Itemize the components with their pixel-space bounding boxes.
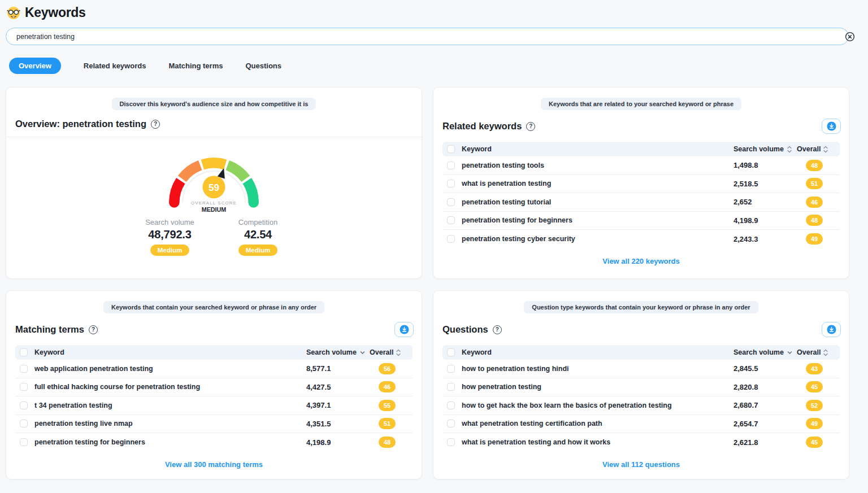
sort-updown-icon	[396, 349, 401, 356]
column-keyword[interactable]: Keyword	[34, 348, 306, 356]
search-volume-cell: 1,498.8	[734, 161, 797, 169]
row-checkbox[interactable]	[447, 365, 455, 373]
column-search-volume-label: Search volume	[734, 348, 784, 356]
select-all-checkbox[interactable]	[447, 145, 455, 153]
search-volume-cell: 4,198.9	[306, 438, 370, 447]
search-volume-cell: 2,652	[734, 198, 797, 206]
row-checkbox[interactable]	[20, 420, 28, 427]
overall-score-gauge: 59 OVERALL SCORE MEDIUM Search volume 48…	[6, 147, 422, 256]
overall-score-badge: 46	[379, 381, 396, 392]
column-search-volume-label: Search volume	[734, 145, 784, 153]
row-checkbox[interactable]	[447, 383, 455, 391]
table-row[interactable]: penetration testing for beginners 4,198.…	[442, 212, 840, 230]
row-checkbox[interactable]	[447, 216, 455, 224]
row-checkbox[interactable]	[20, 365, 28, 373]
table-row[interactable]: penetration testing for beginners 4,198.…	[15, 433, 413, 452]
tab-related-keywords[interactable]: Related keywords	[84, 58, 146, 74]
table-row[interactable]: what penetration testing certification p…	[442, 415, 840, 434]
table-body: penetration testing tools 1,498.8 48 wha…	[442, 156, 840, 248]
table-row[interactable]: full ethical hacking course for penetrat…	[15, 378, 413, 397]
overall-score-badge: 56	[379, 363, 396, 374]
search-input[interactable]	[6, 28, 849, 45]
table-row[interactable]: what is penetration testing 2,518.5 51	[442, 175, 840, 194]
select-all-checkbox[interactable]	[20, 348, 28, 356]
keyword-cell: penetration testing tools	[462, 162, 734, 169]
table-row[interactable]: penetration testing live nmap 4,351.5 51	[15, 415, 413, 434]
row-checkbox[interactable]	[447, 438, 455, 446]
keyword-cell: penetration testing for beginners	[34, 438, 306, 446]
search-volume-cell: 4,198.9	[734, 216, 797, 225]
search-volume-cell: 2,680.7	[734, 401, 797, 409]
view-all-link[interactable]: View all 112 questions	[602, 460, 680, 469]
row-checkbox[interactable]	[447, 198, 455, 206]
row-checkbox[interactable]	[447, 162, 455, 169]
row-checkbox[interactable]	[20, 383, 28, 391]
table-header: Keyword Search volume Overall	[442, 142, 840, 156]
questions-table: Keyword Search volume Overall	[442, 345, 840, 469]
sort-desc-icon	[787, 350, 792, 355]
download-icon	[827, 325, 836, 334]
column-overall[interactable]: Overall	[370, 348, 405, 356]
download-button[interactable]	[822, 322, 841, 337]
table-row[interactable]: penetration testing cyber security 2,243…	[442, 230, 840, 248]
table-row[interactable]: what is penetration testing and how it w…	[442, 433, 840, 452]
nerd-face-logo-icon	[7, 6, 20, 20]
keyword-cell: penetration testing cyber security	[462, 235, 734, 243]
column-overall[interactable]: Overall	[797, 145, 832, 153]
view-all-link[interactable]: View all 300 matching terms	[165, 460, 263, 469]
overall-score-badge: 49	[806, 418, 823, 429]
table-row[interactable]: penetration testing tools 1,498.8 48	[442, 156, 840, 175]
questions-tooltip: Question type keywords that contain your…	[524, 301, 758, 313]
gauge-chart: 59 OVERALL SCORE MEDIUM	[159, 147, 269, 213]
select-all-checkbox[interactable]	[447, 348, 455, 356]
column-search-volume[interactable]: Search volume	[734, 348, 797, 356]
row-checkbox[interactable]	[20, 402, 28, 409]
table-row[interactable]: web application penetration testing 8,57…	[15, 360, 413, 378]
column-keyword[interactable]: Keyword	[462, 348, 734, 356]
matching-tooltip: Keywords that contain your searched keyw…	[103, 301, 324, 313]
tab-overview[interactable]: Overview	[9, 58, 61, 74]
keyword-cell: how to penetration testing hindi	[462, 365, 734, 373]
column-overall[interactable]: Overall	[797, 348, 832, 356]
search-volume-cell: 2,654.7	[734, 420, 797, 428]
overall-score-badge: 51	[379, 418, 396, 429]
download-icon	[827, 121, 836, 131]
help-icon[interactable]: ?	[493, 325, 502, 334]
row-checkbox[interactable]	[447, 402, 455, 409]
download-button[interactable]	[394, 322, 414, 337]
row-checkbox[interactable]	[20, 438, 28, 446]
column-keyword[interactable]: Keyword	[462, 145, 734, 153]
table-row[interactable]: how to get hack the box learn the basics…	[442, 396, 840, 415]
column-search-volume-label: Search volume	[306, 348, 357, 356]
page-title: Keywords	[25, 5, 86, 20]
overall-score-badge: 45	[806, 381, 823, 392]
view-all-link[interactable]: View all 220 keywords	[602, 257, 679, 265]
search-volume-cell: 2,243.3	[734, 235, 797, 243]
table-body: web application penetration testing 8,57…	[15, 360, 413, 452]
table-row[interactable]: how penetration testing 2,820.8 45	[442, 378, 840, 397]
column-overall-label: Overall	[370, 348, 393, 356]
help-icon[interactable]: ?	[89, 325, 98, 334]
table-row[interactable]: penetration testing tutorial 2,652 46	[442, 193, 840, 212]
table-row[interactable]: t 34 penetration testing 4,397.1 55	[15, 396, 413, 415]
overall-score-badge: 48	[379, 437, 396, 448]
search-volume-badge: Medium	[150, 245, 189, 256]
questions-title: Questions ?	[442, 324, 502, 335]
row-checkbox[interactable]	[447, 420, 455, 427]
tab-matching-terms[interactable]: Matching terms	[168, 58, 223, 74]
help-icon[interactable]: ?	[151, 120, 160, 129]
table-body: how to penetration testing hindi 2,845.5…	[442, 360, 840, 452]
search-volume-cell: 4,427.5	[306, 383, 370, 391]
column-search-volume[interactable]: Search volume	[306, 348, 370, 356]
clear-search-icon[interactable]	[844, 31, 856, 42]
column-search-volume[interactable]: Search volume	[734, 145, 797, 153]
help-icon[interactable]: ?	[526, 122, 535, 131]
table-row[interactable]: how to penetration testing hindi 2,845.5…	[442, 360, 840, 378]
row-checkbox[interactable]	[447, 235, 455, 243]
overview-title: Overview: penetration testing ?	[15, 119, 160, 129]
overall-score-badge: 49	[806, 233, 823, 245]
download-button[interactable]	[822, 119, 841, 134]
tab-questions[interactable]: Questions	[245, 58, 281, 74]
gauge-segment-orange	[182, 165, 200, 179]
row-checkbox[interactable]	[447, 180, 455, 187]
